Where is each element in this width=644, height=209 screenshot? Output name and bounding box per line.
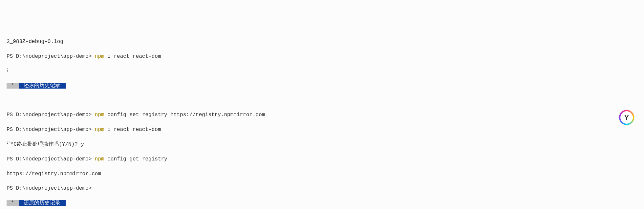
history-restore-marker: * 还原的历史记录 [7, 199, 637, 207]
blank-line [7, 97, 637, 104]
prompt-path: PS D:\nodeproject\app-demo> [7, 127, 95, 133]
prompt-path: PS D:\nodeproject\app-demo> [7, 185, 92, 191]
terminate-batch-prompt: ⠋^C终止批处理操作吗(Y/N)? y [7, 141, 637, 148]
prompt-path: PS D:\nodeproject\app-demo> [7, 53, 95, 59]
watermark-logo: Y [619, 110, 634, 125]
logo-ring-icon: Y [619, 110, 634, 125]
command-args: i react react-dom [107, 127, 161, 133]
spinner-icon: ⠇ [7, 68, 637, 75]
command-args: config set registry https://registry.npm… [107, 112, 265, 118]
prompt-line: PS D:\nodeproject\app-demo> npm config s… [7, 111, 637, 118]
command-args: i react react-dom [107, 53, 161, 59]
command-npm: npm [95, 53, 107, 59]
history-restore-marker: * 还原的历史记录 [7, 82, 637, 89]
prompt-path: PS D:\nodeproject\app-demo> [7, 112, 95, 118]
logo-glyph: Y [620, 111, 633, 124]
terminal-output[interactable]: 2_983Z-debug-0.log PS D:\nodeproject\app… [0, 30, 644, 209]
log-filename: 2_983Z-debug-0.log [7, 38, 637, 45]
command-npm: npm [95, 112, 107, 118]
prompt-line: PS D:\nodeproject\app-demo> npm i react … [7, 126, 637, 133]
command-npm: npm [95, 127, 107, 133]
command-args: config get registry [107, 156, 167, 162]
history-restore-label: 还原的历史记录 [19, 200, 66, 206]
prompt-line: PS D:\nodeproject\app-demo> npm config g… [7, 156, 637, 163]
prompt-line: PS D:\nodeproject\app-demo> npm i react … [7, 53, 637, 60]
history-star-icon: * [7, 83, 19, 89]
command-npm: npm [95, 156, 107, 162]
registry-url-output: https://registry.npmmirror.com [7, 170, 637, 178]
prompt-line-empty: PS D:\nodeproject\app-demo> [7, 185, 637, 192]
history-restore-label: 还原的历史记录 [19, 83, 66, 89]
history-star-icon: * [7, 200, 19, 206]
prompt-path: PS D:\nodeproject\app-demo> [7, 156, 95, 162]
